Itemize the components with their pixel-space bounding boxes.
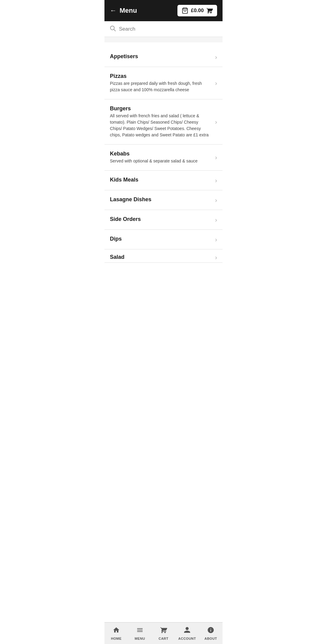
menu-item-appetisers[interactable]: Appetisers › xyxy=(104,47,223,67)
menu-item-content: Kebabs Served with optional & separate s… xyxy=(110,151,215,164)
menu-item-content: Appetisers xyxy=(110,53,215,61)
menu-item-burgers[interactable]: Burgers All served with french fries and… xyxy=(104,99,223,145)
cart-icon xyxy=(206,7,213,14)
menu-item-title: Salad xyxy=(110,254,211,260)
menu-item-content: Side Orders xyxy=(110,216,215,223)
menu-item-content: Pizzas Pizzas are prepared daily with fr… xyxy=(110,73,215,93)
menu-item-title: Kebabs xyxy=(110,151,211,157)
menu-item-desc: Served with optional & separate salad & … xyxy=(110,158,211,164)
menu-item-title: Kids Meals xyxy=(110,177,211,183)
chevron-right-icon: › xyxy=(215,118,217,125)
menu-item-desc: All served with french fries and salad (… xyxy=(110,113,211,138)
back-button[interactable]: ← xyxy=(110,7,117,15)
bag-icon xyxy=(182,7,188,14)
spacer xyxy=(104,37,223,42)
search-icon xyxy=(109,25,116,33)
menu-item-content: Lasagne Dishes xyxy=(110,196,215,204)
header-left: ← Menu xyxy=(110,7,137,15)
menu-item-content: Kids Meals xyxy=(110,177,215,184)
app-header: ← Menu £0.00 xyxy=(104,0,223,21)
menu-item-title: Side Orders xyxy=(110,216,211,222)
menu-item-kids-meals[interactable]: Kids Meals › xyxy=(104,171,223,190)
menu-item-lasagne-dishes[interactable]: Lasagne Dishes › xyxy=(104,190,223,210)
search-input[interactable] xyxy=(119,26,218,32)
search-inner xyxy=(109,25,218,33)
cart-button[interactable]: £0.00 xyxy=(177,5,217,16)
menu-item-title: Burgers xyxy=(110,105,211,112)
menu-item-dips[interactable]: Dips › xyxy=(104,230,223,249)
menu-item-title: Lasagne Dishes xyxy=(110,196,211,203)
menu-item-desc: Pizzas are prepared daily with fresh dou… xyxy=(110,80,211,93)
search-bar xyxy=(104,21,223,37)
menu-item-title: Dips xyxy=(110,236,211,242)
cart-amount: £0.00 xyxy=(191,8,204,14)
svg-line-2 xyxy=(114,29,115,31)
chevron-right-icon: › xyxy=(215,54,217,61)
menu-item-side-orders[interactable]: Side Orders › xyxy=(104,210,223,230)
menu-item-content: Salad xyxy=(110,254,215,261)
menu-item-title: Appetisers xyxy=(110,53,211,60)
menu-item-title: Pizzas xyxy=(110,73,211,79)
menu-item-content: Dips xyxy=(110,236,215,243)
page-title: Menu xyxy=(120,7,137,15)
chevron-right-icon: › xyxy=(215,177,217,184)
menu-item-pizzas[interactable]: Pizzas Pizzas are prepared daily with fr… xyxy=(104,67,223,99)
chevron-right-icon: › xyxy=(215,154,217,161)
chevron-right-icon: › xyxy=(215,216,217,223)
menu-item-kebabs[interactable]: Kebabs Served with optional & separate s… xyxy=(104,145,223,171)
chevron-right-icon: › xyxy=(215,236,217,243)
chevron-right-icon: › xyxy=(215,197,217,204)
menu-list: Appetisers › Pizzas Pizzas are prepared … xyxy=(104,47,223,285)
chevron-right-icon: › xyxy=(215,80,217,87)
menu-item-salad[interactable]: Salad › xyxy=(104,249,223,263)
menu-item-content: Burgers All served with french fries and… xyxy=(110,105,215,138)
chevron-right-icon: › xyxy=(215,254,217,261)
